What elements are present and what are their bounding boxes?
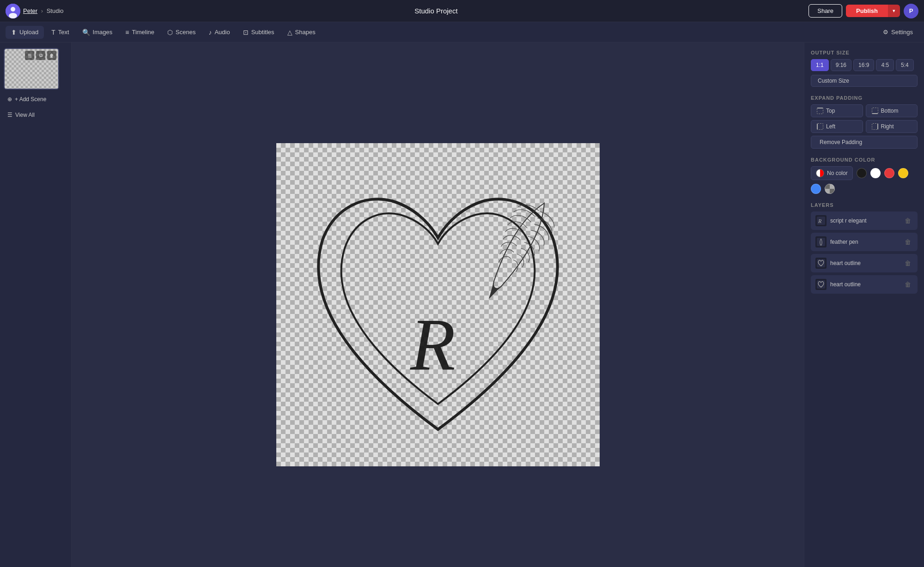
view-all-label: View All — [15, 112, 35, 118]
subtitles-label: Subtitles — [251, 29, 274, 36]
size-16-9-button[interactable]: 16:9 — [853, 59, 874, 71]
bg-color-row: No color — [811, 166, 918, 194]
padding-right-label: Right — [881, 123, 894, 130]
padding-left-icon — [817, 123, 823, 130]
canvas-wrapper: R — [276, 143, 600, 466]
color-swatch-yellow[interactable] — [898, 168, 908, 178]
project-title: Studio Project — [64, 7, 809, 15]
text-label: Text — [58, 29, 69, 36]
toolbar-images[interactable]: 🔍 Images — [77, 26, 118, 39]
images-icon: 🔍 — [82, 29, 90, 36]
add-scene-label: + Add Scene — [15, 96, 46, 103]
layer-item-feather-pen[interactable]: feather pen 🗑 — [811, 233, 918, 251]
padding-top-icon — [817, 108, 823, 114]
padding-bottom-icon — [872, 108, 878, 114]
toolbar-upload[interactable]: ⬆ Upload — [6, 26, 44, 39]
color-swatch-black[interactable] — [857, 168, 867, 178]
padding-top-button[interactable]: Top — [811, 104, 863, 117]
publish-dropdown-button[interactable]: ▾ — [888, 5, 900, 17]
publish-button[interactable]: Publish — [846, 5, 888, 17]
layer-item-heart-outline-1[interactable]: heart outline 🗑 — [811, 254, 918, 272]
layer-label-script-r: script r elegant — [830, 217, 899, 224]
top-bar-actions: Share Publish ▾ P — [808, 4, 918, 18]
svg-point-2 — [9, 13, 17, 18]
remove-padding-button[interactable]: Remove Padding — [811, 136, 918, 149]
toolbar-audio[interactable]: ♪ Audio — [203, 26, 235, 39]
layer-item-script-r[interactable]: R script r elegant 🗑 — [811, 211, 918, 230]
output-size-title: OUTPUT SIZE — [811, 50, 918, 55]
layer-delete-heart-outline-2[interactable]: 🗑 — [903, 280, 913, 289]
color-swatch-gray[interactable] — [825, 184, 835, 194]
upload-label: Upload — [19, 29, 38, 36]
padding-top-label: Top — [826, 108, 835, 114]
padding-right-icon — [872, 123, 878, 130]
gear-icon: ⚙ — [883, 29, 888, 36]
audio-icon: ♪ — [208, 29, 212, 36]
toolbar: ⬆ Upload T Text 🔍 Images ≡ Timeline ⬡ Sc… — [0, 22, 924, 42]
layer-delete-feather-pen[interactable]: 🗑 — [903, 237, 913, 247]
scene-actions: ☰ ⧉ 🗑 — [25, 51, 56, 60]
expand-padding-section: EXPAND PADDING Top Bottom Left Right — [811, 95, 918, 149]
toolbar-text[interactable]: T Text — [46, 26, 74, 39]
scene-delete-button[interactable]: 🗑 — [47, 51, 56, 60]
layers-title: LAYERS — [811, 202, 918, 208]
layer-delete-heart-outline-1[interactable]: 🗑 — [903, 259, 913, 268]
custom-size-button[interactable]: Custom Size — [811, 75, 918, 87]
size-9-16-button[interactable]: 9:16 — [831, 59, 851, 71]
upload-icon: ⬆ — [11, 29, 17, 36]
breadcrumb: Peter › Studio — [23, 7, 64, 14]
scene-menu-button[interactable]: ☰ — [25, 51, 34, 60]
no-color-button[interactable]: No color — [811, 166, 853, 180]
toolbar-timeline[interactable]: ≡ Timeline — [120, 26, 160, 39]
svg-text:R: R — [410, 303, 456, 386]
share-button[interactable]: Share — [808, 4, 842, 18]
color-swatch-blue[interactable] — [811, 184, 821, 194]
canvas[interactable]: R — [276, 143, 600, 466]
main-layout: R ☰ ⧉ 🗑 ⊕ + Add Scene ☰ View All — [0, 42, 924, 567]
size-1-1-button[interactable]: 1:1 — [811, 59, 829, 71]
list-icon: ☰ — [7, 112, 12, 118]
color-swatch-white[interactable] — [870, 168, 881, 178]
audio-label: Audio — [214, 29, 230, 36]
no-color-icon — [816, 169, 824, 177]
timeline-icon: ≡ — [125, 29, 129, 36]
size-5-4-button[interactable]: 5:4 — [896, 59, 914, 71]
publish-group: Publish ▾ — [846, 5, 900, 17]
settings-label: Settings — [891, 29, 913, 36]
padding-bottom-button[interactable]: Bottom — [866, 104, 918, 117]
svg-point-1 — [11, 7, 15, 12]
user-menu-avatar[interactable]: P — [904, 4, 918, 18]
scenes-icon: ⬡ — [167, 29, 173, 36]
images-label: Images — [93, 29, 113, 36]
canvas-area[interactable]: R — [72, 42, 804, 567]
no-color-label: No color — [827, 170, 848, 176]
padding-right-button[interactable]: Right — [866, 120, 918, 133]
padding-left-button[interactable]: Left — [811, 120, 863, 133]
text-icon: T — [51, 29, 55, 36]
layer-thumb-heart-outline-1 — [815, 258, 827, 269]
layer-item-heart-outline-2[interactable]: heart outline 🗑 — [811, 275, 918, 294]
add-scene-button[interactable]: ⊕ + Add Scene — [4, 93, 67, 105]
layer-thumb-heart-outline-2 — [815, 279, 827, 290]
breadcrumb-user[interactable]: Peter — [23, 7, 37, 14]
color-swatch-red[interactable] — [884, 168, 894, 178]
layer-label-feather-pen: feather pen — [830, 239, 899, 245]
scene-thumbnail[interactable]: R ☰ ⧉ 🗑 — [4, 48, 59, 90]
view-all-button[interactable]: ☰ View All — [4, 109, 67, 121]
subtitles-icon: ⊡ — [243, 29, 249, 36]
shapes-icon: △ — [287, 29, 292, 36]
canvas-svg: R — [276, 143, 600, 466]
toolbar-shapes[interactable]: △ Shapes — [282, 26, 321, 39]
toolbar-scenes[interactable]: ⬡ Scenes — [162, 26, 201, 39]
size-4-5-button[interactable]: 4:5 — [876, 59, 894, 71]
padding-left-label: Left — [826, 123, 835, 130]
layer-thumb-script-r: R — [815, 215, 827, 226]
breadcrumb-area: Peter › Studio — [6, 4, 64, 18]
breadcrumb-sep: › — [41, 7, 43, 14]
toolbar-subtitles[interactable]: ⊡ Subtitles — [237, 26, 280, 39]
scene-copy-button[interactable]: ⧉ — [36, 51, 45, 60]
layer-delete-script-r[interactable]: 🗑 — [903, 216, 913, 225]
layer-label-heart-outline-1: heart outline — [830, 260, 899, 266]
remove-padding-label: Remove Padding — [820, 139, 862, 145]
settings-button[interactable]: ⚙ Settings — [877, 26, 918, 38]
